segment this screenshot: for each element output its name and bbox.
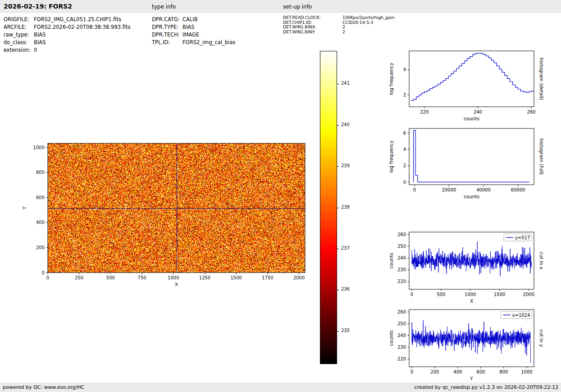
- field-label: DET.WIN1.BINY:: [283, 30, 342, 35]
- colorbar-gradient: [320, 51, 337, 364]
- svg-text:4: 4: [403, 147, 406, 152]
- file-info-block: ORIGFILE: FORS2_IMG_CAL051.25.CHIP1.fits…: [4, 16, 130, 54]
- field-label: ARCFILE:: [4, 23, 34, 31]
- svg-text:600: 600: [36, 195, 45, 200]
- svg-text:counts: counts: [388, 253, 394, 269]
- colorbar-tick: [337, 331, 339, 332]
- field-value: 2: [342, 30, 395, 35]
- svg-text:0: 0: [413, 187, 416, 192]
- colorbar-tick-label: 235: [341, 328, 350, 333]
- svg-text:220: 220: [397, 356, 406, 361]
- svg-text:230: 230: [397, 345, 406, 350]
- svg-text:0: 0: [403, 180, 406, 185]
- type-info-block: DPR.CATG: CALIB DPR.TYPE: BIAS DPR.TECH:…: [152, 16, 235, 46]
- svg-text:200: 200: [36, 245, 45, 250]
- qc-rawdisp-page: 2026-02-19: FORS2 type info set-up info …: [0, 0, 561, 392]
- field-label: do_class:: [4, 39, 34, 46]
- field-value: BIAS: [34, 39, 130, 46]
- svg-text:1500: 1500: [494, 292, 505, 297]
- colorbar-tick-label: 236: [341, 287, 350, 292]
- colorbar-tick-label: 238: [341, 205, 350, 210]
- svg-text:250: 250: [397, 244, 406, 249]
- field-value: FORS2.2026-02-20T08:38:38.993.fits: [34, 23, 130, 31]
- svg-text:1000: 1000: [33, 145, 45, 150]
- svg-text:histogram (detail): histogram (detail): [539, 58, 544, 100]
- svg-text:Y: Y: [470, 376, 473, 381]
- svg-text:log frequency: log frequency: [388, 140, 394, 173]
- cut-x-plot: 0500100015002000220230240250260Xcountscu…: [409, 232, 534, 289]
- setup-info-block: DET.READ.CLOCK: 100Kps/2ports/high_gain …: [283, 15, 395, 35]
- svg-text:counts: counts: [464, 194, 479, 199]
- header-bar: 2026-02-19: FORS2 type info set-up info: [0, 0, 561, 13]
- svg-text:400: 400: [453, 369, 462, 374]
- colorbar-tick-label: 241: [341, 81, 350, 86]
- svg-text:x=1024: x=1024: [512, 313, 530, 318]
- field-value: FORS2_img_cal_bias: [182, 39, 235, 46]
- svg-text:1000: 1000: [168, 275, 179, 280]
- svg-text:log frequency: log frequency: [388, 63, 394, 95]
- svg-text:40000: 40000: [476, 187, 491, 192]
- colorbar-tick: [337, 166, 339, 167]
- field-value: BIAS: [34, 31, 130, 39]
- svg-text:240: 240: [397, 255, 406, 260]
- colorbar-tick: [337, 208, 339, 208]
- svg-text:1250: 1250: [199, 275, 210, 280]
- bias-image-plot: 0250500750100012501500175020000200400600…: [48, 143, 305, 273]
- svg-text:250: 250: [75, 275, 83, 280]
- svg-text:500: 500: [437, 292, 445, 297]
- svg-text:20000: 20000: [442, 187, 456, 192]
- svg-text:2: 2: [403, 163, 406, 168]
- svg-text:0: 0: [46, 275, 49, 280]
- svg-text:0: 0: [410, 292, 413, 297]
- svg-text:6: 6: [403, 131, 406, 136]
- field-label: ORIGFILE:: [4, 16, 34, 23]
- svg-text:1000: 1000: [521, 369, 532, 374]
- cut-y-plot: 02004006008001000220230240250260Ycountsc…: [409, 310, 534, 367]
- svg-text:750: 750: [138, 275, 146, 280]
- svg-text:2000: 2000: [523, 292, 534, 297]
- svg-text:cut in y: cut in y: [539, 329, 544, 347]
- field-label: extension:: [4, 46, 34, 54]
- svg-text:1750: 1750: [262, 275, 273, 280]
- colorbar-tick-label: 239: [341, 163, 350, 168]
- colorbar-tick: [337, 125, 339, 126]
- colorbar-tick: [337, 249, 339, 249]
- footer-left: powered by QC: www.eso.org/HC: [3, 383, 84, 392]
- svg-text:400: 400: [36, 220, 45, 225]
- field-label: DPR.TECH:: [152, 31, 182, 39]
- svg-text:cut in x: cut in x: [539, 252, 544, 269]
- colorbar-tick-label: 237: [341, 246, 350, 251]
- colorbar: 235236237238239240241: [320, 51, 337, 364]
- svg-text:0: 0: [42, 270, 45, 275]
- hist-full-plot: 02000040000600000246countslog frequencyh…: [409, 128, 534, 185]
- hist-detail-plot: 22024026024countslog frequencyhistogram …: [409, 51, 534, 107]
- svg-text:1500: 1500: [230, 275, 242, 280]
- svg-text:800: 800: [499, 369, 508, 374]
- svg-text:4: 4: [403, 67, 406, 72]
- svg-text:800: 800: [36, 170, 45, 175]
- svg-text:260: 260: [397, 310, 406, 315]
- field-value: BIAS: [182, 23, 235, 31]
- field-value: 2: [342, 25, 395, 30]
- field-label: TPL.ID:: [152, 39, 182, 46]
- field-label: DPR.TYPE:: [152, 23, 182, 31]
- setup-info-heading: set-up info: [283, 4, 312, 10]
- footer-right: created by qc_rawdisp.py v1.2.3 on 2026-…: [414, 383, 558, 392]
- svg-text:X: X: [175, 282, 178, 287]
- field-label: DPR.CATG:: [152, 16, 182, 23]
- field-value: IMAGE: [182, 31, 235, 39]
- field-label: raw_type:: [4, 31, 34, 39]
- field-value: CALIB: [182, 16, 235, 23]
- type-info-heading: type info: [152, 4, 176, 10]
- svg-text:600: 600: [476, 369, 485, 374]
- svg-text:260: 260: [397, 232, 406, 237]
- svg-text:1000: 1000: [465, 292, 476, 297]
- svg-text:200: 200: [430, 369, 439, 374]
- svg-text:histogram (full): histogram (full): [539, 138, 544, 175]
- svg-text:220: 220: [420, 109, 429, 114]
- svg-text:2000: 2000: [293, 275, 305, 280]
- svg-text:Y: Y: [22, 206, 27, 210]
- colorbar-tick: [337, 84, 339, 84]
- svg-text:y=517: y=517: [515, 235, 530, 240]
- footer-bar: powered by QC: www.eso.org/HC created by…: [0, 383, 561, 392]
